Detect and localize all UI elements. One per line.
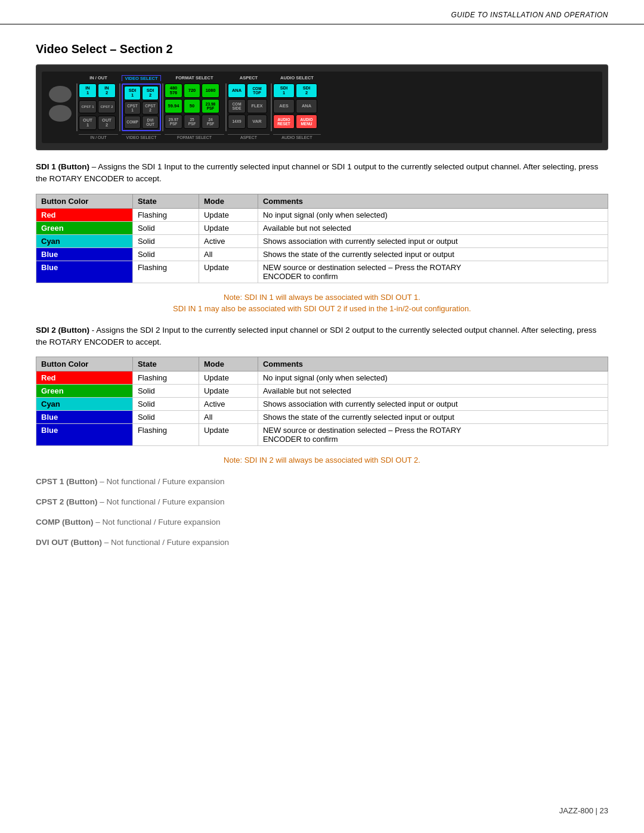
btn-5994[interactable]: 59.94 [165,99,182,113]
btn-sdi2[interactable]: SDI2 [142,86,159,100]
expansion-item: DVI OUT (Button) – Not functional / Futu… [36,537,608,549]
mode-cell: Update [199,261,258,283]
expansion-item: COMP (Button) – Not functional / Future … [36,516,608,528]
btn-2398[interactable]: 23.98PSF [202,99,219,113]
table2-col-mode: Mode [199,357,258,371]
expansion-text: – Not functional / Future expansion [98,497,225,506]
btn-sdi-a1[interactable]: SDI1 [273,83,295,98]
expansion-bold: CPST 1 (Button) [36,477,98,486]
color-cell: Blue [36,411,133,424]
sdi2-bold: SDI 2 (Button) [36,326,89,335]
page-header: GUIDE TO INSTALLATION AND OPERATION [0,0,644,24]
btn-cpst2-io[interactable]: CPST 2 [98,100,116,113]
btn-cpst1[interactable]: CPST1 [124,101,141,114]
state-cell: Solid [132,221,199,234]
btn-comp[interactable]: COMP [124,116,141,129]
expansion-item: CPST 2 (Button) – Not functional / Futur… [36,496,608,508]
btn-aes[interactable]: AES [273,99,295,113]
mode-cell: Update [199,221,258,234]
panel-inner: IN / OUT VIDEO SELECT FORMAT SELECT ASPE… [42,72,602,143]
color-cell: Blue [36,424,133,446]
mode-cell: Active [199,398,258,411]
note1-line2: SDI IN 1 may also be associated with SDI… [173,304,471,313]
btn-ana[interactable]: ANA [228,83,246,98]
state-cell: Flashing [132,208,199,221]
color-cell: Blue [36,247,133,261]
label-bot-aspect: ASPECT [228,134,270,140]
btn-cpst2[interactable]: CPST2 [142,101,159,114]
btn-480[interactable]: 480576 [165,83,182,98]
table-row: RedFlashingUpdateNo input signal (only w… [36,208,608,221]
btn-14x9[interactable]: 14X9 [228,114,246,129]
expansion-bold: CPST 2 (Button) [36,497,98,506]
btn-sdi-a2[interactable]: SDI2 [296,83,317,98]
color-cell: Red [36,208,133,221]
btn-out2[interactable]: OUT2 [98,116,116,130]
comment-cell: NEW source or destination selected – Pre… [258,261,608,283]
table-row: BlueFlashingUpdateNEW source or destinat… [36,424,608,446]
btn-dvi[interactable]: DVIOUT [142,116,159,129]
table-row: BlueSolidAllShows the state of the curre… [36,411,608,424]
note1-line1: Note: SDI IN 1 will always be associated… [224,293,420,302]
btn-com-side[interactable]: COMSIDE [228,99,246,113]
btn-com-top[interactable]: COMTOP [247,83,267,98]
color-cell: Red [36,371,133,385]
comment-cell: Shows the state of the currently selecte… [258,411,608,424]
main-content: Video Select – Section 2 IN / OUT VIDEO … [0,24,644,581]
btn-cpst1-io[interactable]: CPST 1 [79,100,97,113]
btn-sdi1[interactable]: SDI1 [124,86,141,100]
expansion-bold: DVI OUT (Button) [36,538,102,547]
note1: Note: SDI IN 1 will always be associated… [36,292,608,315]
comment-cell: Shows the state of the currently selecte… [258,247,608,261]
btn-in1[interactable]: IN1 [79,83,97,98]
sdi2-text: - Assigns the SDI 2 Input to the current… [36,326,596,346]
btn-720[interactable]: 720 [184,83,200,98]
color-cell: Green [36,221,133,234]
label-bot-format-select: FORMAT SELECT [165,134,224,140]
sep4 [225,83,227,131]
table-row: BlueSolidAllShows the state of the curre… [36,247,608,261]
section-title: Video Select – Section 2 [36,42,608,56]
btn-50[interactable]: 50 [184,99,200,113]
color-cell: Cyan [36,398,133,411]
comment-cell: Shows association with currently selecte… [258,234,608,247]
sdi1-description: SDI 1 (Button) – Assigns the SDI 1 Input… [36,161,608,185]
sdi1-bold: SDI 1 (Button) [36,162,89,171]
table2-col-comments: Comments [258,357,608,371]
btn-25[interactable]: 25PSF [184,114,200,129]
btn-flex[interactable]: FLEX [247,99,267,113]
btn-var[interactable]: VAR [247,114,267,129]
color-cell: Cyan [36,234,133,247]
btn-audio-reset[interactable]: AUDIORESET [273,114,295,129]
comment-cell: NEW source or destination selected – Pre… [258,424,608,446]
sep5 [271,83,272,131]
btn-in2[interactable]: IN2 [98,83,116,98]
table1-col-color: Button Color [36,194,133,208]
mode-cell: Update [199,385,258,398]
table2: Button Color State Mode Comments RedFlas… [36,357,608,446]
expansion-text: – Not functional / Future expansion [98,477,225,486]
color-cell: Green [36,385,133,398]
btn-1080[interactable]: 1080 [202,83,219,98]
mode-cell: All [199,411,258,424]
table-row: BlueFlashingUpdateNEW source or destinat… [36,261,608,283]
mode-cell: Active [199,234,258,247]
header-title: GUIDE TO INSTALLATION AND OPERATION [451,11,608,19]
btn-24[interactable]: 24PSF [202,114,219,129]
btn-2997[interactable]: 29.97PSF [165,114,182,129]
comment-cell: No input signal (only when selected) [258,208,608,221]
label-bot-in-out: IN / OUT [79,134,118,140]
btn-out1[interactable]: OUT1 [79,116,97,130]
note2: Note: SDI IN 2 will always be associated… [36,454,608,466]
label-audio-select: AUDIO SELECT [273,75,321,81]
table-row: CyanSolidActiveShows association with cu… [36,398,608,411]
btn-ana-a[interactable]: ANA [296,99,317,113]
table1: Button Color State Mode Comments RedFlas… [36,194,608,283]
panel-container: IN / OUT VIDEO SELECT FORMAT SELECT ASPE… [36,64,608,150]
comment-cell: Shows association with currently selecte… [258,398,608,411]
table-row: GreenSolidUpdateAvailable but not select… [36,221,608,234]
label-bot-video-select: VIDEO SELECT [122,134,161,140]
btn-audio-menu[interactable]: AUDIOMENU [296,114,317,129]
label-in-out: IN / OUT [79,75,118,81]
page-footer: JAZZ-800 | 23 [559,806,608,815]
